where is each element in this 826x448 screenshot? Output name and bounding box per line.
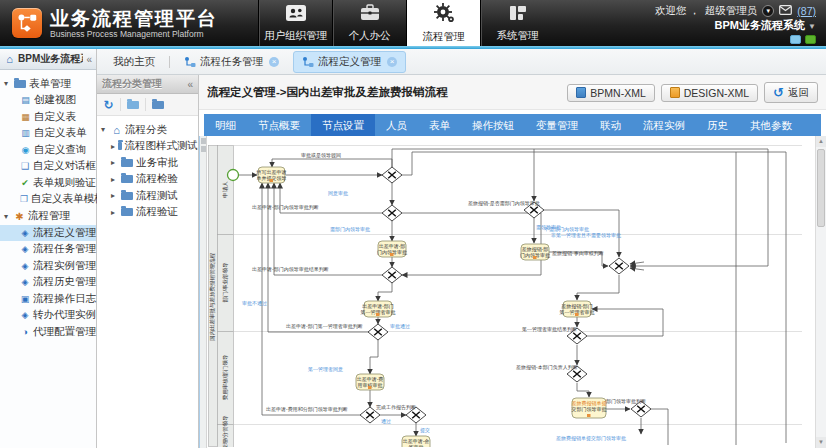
nav-personal-office[interactable]: 个人办公 <box>332 0 406 46</box>
nav-process-mgmt[interactable]: 流程管理 <box>406 0 480 46</box>
main-content: 流程定义管理->国内出差审批及差旅费报销流程 BPMN-XML DESIGN-X… <box>199 75 826 448</box>
skin-blue-icon[interactable] <box>790 35 801 44</box>
task-marker-icon <box>368 386 372 389</box>
bpm-app-window: 业务流程管理平台 Business Process Management Pla… <box>0 0 826 448</box>
detail-tab[interactable]: 变量管理 <box>525 114 589 136</box>
sidebar-tree-item[interactable]: 流程任务管理 <box>0 241 96 258</box>
category-tree-item[interactable]: ▸流程检验 <box>97 171 198 188</box>
sidebar-group[interactable]: ▾表单管理 <box>0 75 96 92</box>
detail-tab[interactable]: 节点设置 <box>311 114 375 136</box>
sidebar-tree-item[interactable]: 自定义表 <box>0 109 96 126</box>
rule-icon <box>20 178 30 188</box>
sidebar-tree-item[interactable]: 自定义表单 <box>0 125 96 142</box>
category-tree-item[interactable]: ▸流程图样式测试 <box>97 138 198 155</box>
sidebar-tree-item[interactable]: 代理配置管理 <box>0 324 96 341</box>
sidebar-group[interactable]: ▾流程管理 <box>0 208 96 225</box>
nav-label: 用户组织管理 <box>264 29 327 43</box>
query-icon <box>20 145 31 155</box>
item-label: 流程操作日志 <box>33 292 96 306</box>
sidebar-tree-item[interactable]: 自定义表单模板 <box>0 191 96 208</box>
app-subtitle: Business Process Management Platform <box>50 29 218 39</box>
nav-user-org[interactable]: 用户组织管理 <box>258 0 332 46</box>
process-icon <box>20 310 30 320</box>
sidebar-tree-item[interactable]: 表单规则验证 <box>0 175 96 192</box>
flow-edge <box>630 268 644 270</box>
open-folder-icon[interactable] <box>127 101 139 109</box>
process-diagram[interactable]: 国内出差审批与差旅费报销管理流程申请人部门/事业部领导费用审核/部门领导总经理/… <box>208 136 802 447</box>
sidebar-tree-item[interactable]: 转办代理实例 <box>0 307 96 324</box>
category-home-icon <box>111 124 122 136</box>
detail-tab[interactable]: 历史 <box>696 114 739 136</box>
item-label: 代理配置管理 <box>33 325 96 339</box>
collapsed-arrow-icon: ▸ <box>111 175 118 184</box>
scroll-up-icon[interactable]: ▲ <box>816 136 826 147</box>
skin-green-icon[interactable] <box>805 35 816 44</box>
detail-tab[interactable]: 表单 <box>418 114 461 136</box>
category-panel: 流程分类管理 « ▾流程分类▸流程图样式测试▸业务审批▸流程检验▸流程测试▸流程… <box>97 75 199 448</box>
process-icon <box>20 261 30 271</box>
sidebar-tree-item[interactable]: 自定义对话框 <box>0 158 96 175</box>
category-tree-item[interactable]: ▸业务审批 <box>97 155 198 172</box>
sidebar-tree-item[interactable]: 流程实例管理 <box>0 258 96 275</box>
folder-icon <box>118 142 121 150</box>
edge-label: 审批或是领导驳回 <box>301 152 341 159</box>
collapse-icon[interactable]: « <box>86 54 92 65</box>
folder-icon <box>121 159 133 167</box>
category-root[interactable]: ▾流程分类 <box>97 121 198 138</box>
log-icon <box>20 294 30 304</box>
panel-splitter[interactable] <box>199 136 207 448</box>
collapsed-arrow-icon: ▸ <box>111 158 118 167</box>
item-label: 流程定义管理 <box>33 226 96 240</box>
template-icon <box>20 194 28 204</box>
flow-edge <box>402 213 541 275</box>
edge-label: 差旅报销-事由审核判断 <box>552 250 604 257</box>
tab-process-definition[interactable]: 流程定义管理 × <box>293 51 406 73</box>
close-icon[interactable]: × <box>387 57 397 67</box>
start-event-node[interactable] <box>228 170 239 181</box>
sidebar-tree-item[interactable]: 流程历史管理 <box>0 274 96 291</box>
close-icon[interactable]: × <box>269 57 279 67</box>
nav-system-mgmt[interactable]: 系统管理 <box>480 0 554 46</box>
refresh-icon[interactable] <box>103 98 114 112</box>
system-select[interactable]: BPM业务流程系统 <box>715 19 805 31</box>
item-label: 流程任务管理 <box>33 242 96 256</box>
task-marker-icon <box>376 313 380 316</box>
detail-tab[interactable]: 操作按钮 <box>461 114 525 136</box>
sidebar-tree: ▾表单管理创建视图自定义表自定义表单自定义查询自定义对话框表单规则验证自定义表单… <box>0 70 96 340</box>
design-xml-button[interactable]: DESIGN-XML <box>661 84 758 102</box>
sidebar-tree-item[interactable]: 自定义查询 <box>0 142 96 159</box>
vertical-scrollbar[interactable]: ▲ ▼ <box>815 136 826 448</box>
detail-tab[interactable]: 人员 <box>375 114 418 136</box>
back-button[interactable]: 返回 <box>764 82 818 103</box>
detail-tab[interactable]: 其他参数 <box>739 114 803 136</box>
flow-edge <box>392 149 768 266</box>
message-count-link[interactable]: (87) <box>797 5 816 17</box>
category-tree-item[interactable]: ▸流程验证 <box>97 204 198 221</box>
item-label: 自定义表单 <box>34 126 87 140</box>
detail-tab[interactable]: 明细 <box>204 114 247 136</box>
sidebar-tree-item[interactable]: 流程操作日志 <box>0 291 96 308</box>
tab-process-task[interactable]: 流程任务管理 × <box>176 52 287 72</box>
detail-tab[interactable]: 节点概要 <box>247 114 311 136</box>
mail-icon[interactable] <box>779 5 792 17</box>
edge-label: 需领导审批 <box>536 224 561 231</box>
scroll-thumb[interactable] <box>817 149 825 227</box>
sidebar-tree-item[interactable]: 创建视图 <box>0 92 96 109</box>
tab-my-home[interactable]: 我的主页 <box>105 52 163 72</box>
sidebar-tree-item[interactable]: 流程定义管理 <box>0 225 96 242</box>
folder-icon <box>14 80 26 88</box>
task-label: 签审批 <box>409 444 424 448</box>
item-label: 转办代理实例 <box>33 308 96 322</box>
closed-folder-icon[interactable] <box>152 101 164 109</box>
bpmn-xml-button[interactable]: BPMN-XML <box>567 84 654 102</box>
detail-tab[interactable]: 流程实例 <box>632 114 696 136</box>
category-tree-item[interactable]: ▸流程测试 <box>97 188 198 205</box>
table-icon <box>20 112 31 122</box>
lane-label: 部门/事业部领导 <box>222 262 229 303</box>
collapse-icon[interactable]: « <box>187 79 193 90</box>
main-nav: 用户组织管理 个人办公 <box>258 0 554 46</box>
item-label: 自定义表 <box>34 110 76 124</box>
user-menu-icon[interactable]: ▾ <box>762 5 774 17</box>
detail-tab[interactable]: 联动 <box>589 114 632 136</box>
scroll-down-icon[interactable]: ▼ <box>816 437 826 448</box>
